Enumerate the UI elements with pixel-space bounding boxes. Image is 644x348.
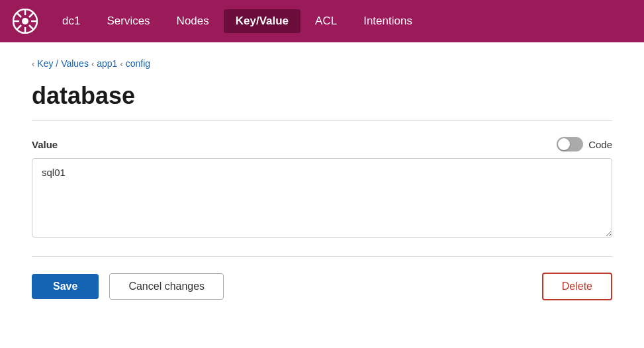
breadcrumb-kv-root[interactable]: Key / Values <box>37 58 89 69</box>
cancel-button[interactable]: Cancel changes <box>109 273 224 300</box>
bottom-divider <box>32 256 612 257</box>
logo <box>11 7 40 36</box>
svg-line-6 <box>17 13 22 18</box>
nav-keyvalue[interactable]: Key/Value <box>224 9 300 33</box>
svg-line-9 <box>17 25 22 30</box>
main-content: ‹ Key / Values ‹ app1 ‹ config database … <box>0 42 644 322</box>
breadcrumb-chevron-3: ‹ <box>120 59 122 69</box>
top-nav: dc1 Services Nodes Key/Value ACL Intenti… <box>0 0 644 42</box>
breadcrumb-chevron-1: ‹ <box>32 59 34 69</box>
toggle-thumb <box>558 138 570 150</box>
page-title: database <box>32 82 612 110</box>
save-button[interactable]: Save <box>32 274 99 299</box>
nav-intentions[interactable]: Intentions <box>351 9 424 33</box>
nav-dc[interactable]: dc1 <box>50 9 92 33</box>
nav-acl[interactable]: ACL <box>303 9 349 33</box>
code-toggle-switch[interactable] <box>557 137 583 152</box>
code-label: Code <box>588 139 612 150</box>
delete-button[interactable]: Delete <box>542 273 612 300</box>
button-row: Save Cancel changes Delete <box>32 273 612 300</box>
breadcrumb-config[interactable]: config <box>126 58 150 69</box>
code-toggle-area: Code <box>557 137 612 152</box>
svg-line-7 <box>29 25 34 30</box>
breadcrumb: ‹ Key / Values ‹ app1 ‹ config <box>32 58 612 69</box>
breadcrumb-chevron-2: ‹ <box>91 59 94 69</box>
value-textarea[interactable] <box>32 158 612 238</box>
svg-line-8 <box>29 13 34 18</box>
breadcrumb-app1[interactable]: app1 <box>97 58 117 69</box>
nav-nodes[interactable]: Nodes <box>165 9 221 33</box>
value-label: Value <box>32 139 58 150</box>
nav-services[interactable]: Services <box>95 9 161 33</box>
value-header: Value Code <box>32 137 612 152</box>
title-divider <box>32 120 612 121</box>
svg-point-1 <box>22 18 28 24</box>
